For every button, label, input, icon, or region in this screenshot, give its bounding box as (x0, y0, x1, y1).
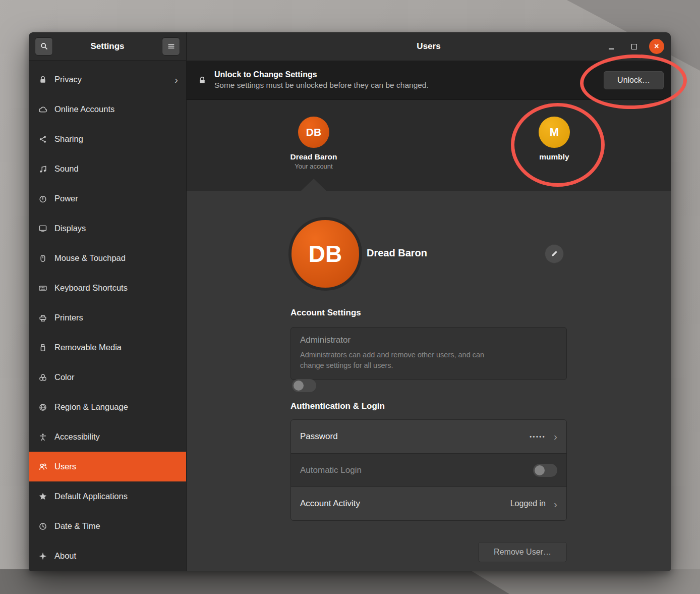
sidebar-item-label: Accessibility (54, 432, 100, 442)
password-dots: ••••• (530, 434, 546, 440)
sidebar-item-label: About (54, 551, 76, 561)
globe-icon (38, 403, 47, 412)
sidebar-item-label: Displays (54, 224, 86, 233)
sidebar-item-keyboard-shortcuts[interactable]: Keyboard Shortcuts (29, 273, 186, 303)
avatar-dread-baron: DB (298, 117, 329, 148)
user-name: mumbly (539, 152, 569, 161)
section-title-authentication: Authentication & Login (290, 401, 385, 411)
user-card-dread-baron[interactable]: DB Dread Baron Your account (268, 117, 359, 170)
sidebar-item-label: Date & Time (54, 521, 100, 531)
sidebar-item-about[interactable]: About (29, 541, 186, 571)
sidebar-list: Privacy › Online Accounts Sharing Sound (29, 61, 186, 571)
maximize-icon (631, 44, 637, 49)
banner-text: Unlock to Change Settings Some settings … (214, 70, 429, 90)
keyboard-icon (38, 284, 47, 293)
sidebar-title: Settings (90, 41, 124, 51)
sidebar-item-label: Region & Language (54, 402, 128, 412)
automatic-login-row: Automatic Login (291, 453, 566, 487)
sidebar-item-date-time[interactable]: Date & Time (29, 511, 186, 541)
chevron-right-icon: › (554, 431, 557, 442)
administrator-label: Administrator (300, 335, 557, 345)
administrator-description: Administrators can add and remove other … (300, 350, 507, 371)
lock-icon (38, 75, 47, 84)
maximize-button[interactable] (626, 39, 641, 54)
sidebar-item-region-language[interactable]: Region & Language (29, 392, 186, 422)
sidebar-item-label: Power (54, 194, 78, 203)
user-detail-panel: DB Dread Baron Account Settings Administ… (187, 191, 671, 571)
sidebar-item-removable-media[interactable]: Removable Media (29, 333, 186, 362)
close-button[interactable]: × (649, 39, 664, 54)
close-icon: × (654, 42, 659, 50)
unlock-button[interactable]: Unlock… (604, 71, 664, 89)
pencil-icon (550, 250, 558, 258)
users-icon (38, 462, 47, 471)
remove-user-button[interactable]: Remove User… (478, 542, 567, 562)
sidebar-item-label: Removable Media (54, 343, 122, 352)
page-title: Users (417, 41, 440, 51)
sidebar-item-accessibility[interactable]: Accessibility (29, 422, 186, 452)
unlock-banner: Unlock to Change Settings Some settings … (187, 61, 671, 100)
avatar-initials: DB (306, 126, 321, 138)
sidebar-item-online-accounts[interactable]: Online Accounts (29, 94, 186, 124)
lock-icon (198, 76, 207, 85)
user-carousel: DB Dread Baron Your account M mumbly (187, 100, 671, 191)
sidebar-item-privacy[interactable]: Privacy › (29, 65, 186, 94)
flash-drive-icon (38, 343, 47, 352)
account-activity-label: Account Activity (300, 499, 360, 509)
sidebar-item-label: Users (54, 462, 76, 471)
password-label: Password (300, 431, 338, 442)
sidebar-item-default-applications[interactable]: Default Applications (29, 481, 186, 511)
banner-subtitle: Some settings must be unlocked before th… (214, 81, 429, 90)
headerbar: Users × (187, 32, 671, 61)
sidebar-item-printers[interactable]: Printers (29, 303, 186, 333)
sidebar-item-label: Default Applications (54, 492, 128, 501)
account-activity-row[interactable]: Account Activity Logged in › (291, 487, 566, 520)
clock-icon (38, 522, 47, 531)
edit-avatar-button[interactable] (545, 244, 564, 263)
display-icon (38, 224, 47, 233)
sidebar-item-sharing[interactable]: Sharing (29, 124, 186, 154)
sidebar-header: Settings (29, 32, 186, 61)
user-card-mumbly[interactable]: M mumbly (509, 117, 600, 161)
sidebar-item-displays[interactable]: Displays (29, 213, 186, 243)
profile-initials: DB (309, 240, 342, 267)
accessibility-icon (38, 433, 47, 442)
avatar-initials: M (550, 126, 559, 139)
sidebar: Settings Privacy › Online Accounts (29, 32, 187, 571)
mouse-icon (38, 254, 47, 263)
password-row[interactable]: Password ••••• › (291, 420, 566, 453)
main-panel: Users × Unlock to Change Settings Some s… (187, 32, 671, 571)
star-icon (38, 492, 47, 501)
selected-user-pointer (301, 179, 327, 191)
sidebar-item-label: Keyboard Shortcuts (54, 283, 128, 293)
sidebar-item-label: Color (54, 372, 74, 382)
section-title-account-settings: Account Settings (290, 308, 361, 318)
sidebar-item-power[interactable]: Power (29, 184, 186, 213)
sidebar-item-sound[interactable]: Sound (29, 154, 186, 184)
profile-name: Dread Baron (367, 247, 427, 259)
account-activity-value: Logged in (510, 499, 546, 508)
menu-button[interactable] (162, 37, 180, 56)
minimize-button[interactable] (604, 39, 619, 54)
sidebar-item-label: Online Accounts (54, 104, 114, 114)
administrator-toggle[interactable] (292, 379, 316, 392)
search-button[interactable] (35, 37, 53, 56)
printer-icon (38, 313, 47, 322)
color-circles-icon (38, 373, 47, 382)
automatic-login-label: Automatic Login (300, 465, 362, 475)
avatar-mumbly: M (539, 117, 570, 148)
settings-window: Settings Privacy › Online Accounts (29, 32, 671, 571)
desktop-background: Settings Privacy › Online Accounts (0, 0, 700, 594)
sparkle-icon (38, 552, 47, 561)
automatic-login-toggle[interactable] (533, 464, 557, 477)
user-name: Dread Baron (290, 152, 337, 161)
sidebar-item-mouse-touchpad[interactable]: Mouse & Touchpad (29, 243, 186, 273)
sidebar-item-label: Privacy (54, 75, 82, 84)
search-icon (40, 42, 48, 50)
sidebar-item-users[interactable]: Users (29, 452, 186, 481)
desktop-shape (0, 569, 509, 594)
banner-title: Unlock to Change Settings (214, 70, 429, 79)
sidebar-item-color[interactable]: Color (29, 362, 186, 392)
chevron-right-icon: › (554, 499, 557, 509)
power-icon (38, 194, 47, 203)
